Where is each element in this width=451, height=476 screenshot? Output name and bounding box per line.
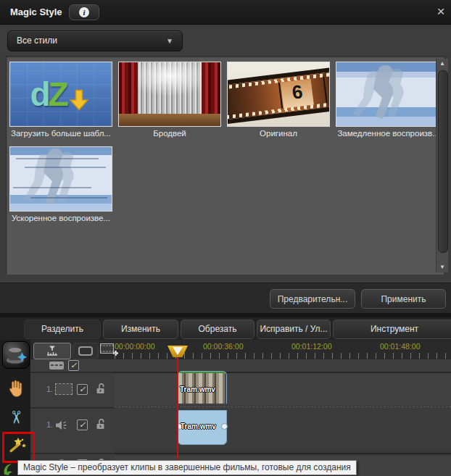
broadway-art (119, 62, 220, 126)
scroll-up-icon[interactable]: ▲ (436, 59, 448, 69)
style-label: Замедленное воспроизв.. (336, 129, 439, 138)
hand-icon (6, 378, 25, 398)
track-manager-row: ✓ (30, 359, 115, 372)
stage-floor (119, 114, 220, 126)
style-label: Бродвей (118, 129, 221, 138)
magic-hat-icon (4, 343, 28, 367)
tab-trim[interactable]: Обрезать (181, 320, 255, 339)
style-filter-dropdown[interactable]: Все стили ▼ (7, 30, 183, 51)
style-thumbnail-fast-motion[interactable] (9, 146, 112, 212)
track-manager-icon (49, 362, 64, 369)
style-item-download-more: d Z Загрузить больше шабл... (9, 62, 112, 138)
filter-row: Все стили ▼ (0, 25, 451, 56)
download-more-art: d Z (10, 62, 112, 126)
style-label: Ускоренное воспроизве... (9, 214, 112, 222)
action-row: Предварительн... Применить (0, 283, 451, 314)
timeline-tracks (115, 359, 451, 476)
effects-icon (2, 462, 16, 476)
playhead-triangle-icon (173, 347, 183, 355)
video-track-icon (55, 383, 73, 395)
tab-edit[interactable]: Изменить (103, 320, 178, 339)
tab-tools[interactable]: Инструмент (333, 320, 451, 339)
apply-button[interactable]: Применить (361, 289, 446, 309)
track-manager-checkbox[interactable]: ✓ (68, 360, 79, 371)
scroll-down-icon[interactable]: ▼ (436, 262, 448, 272)
timeline-ruler[interactable]: 00:00:00:00 00:00:36:00 00:01:12:00 00:0… (115, 340, 451, 359)
style-item-fast-motion: Ускоренное воспроизве... (9, 146, 112, 222)
dialog-title: Magic Style (10, 0, 62, 24)
dialog-titlebar: Magic Style i × (0, 0, 451, 25)
audio-clip[interactable]: Tram.wmv (178, 410, 227, 445)
style-item-original: 6 Оригинал (227, 62, 330, 138)
video-track-checkbox[interactable]: ✓ (77, 384, 88, 395)
style-thumbnail-original[interactable]: 6 (227, 62, 330, 127)
download-arrow-icon (66, 87, 92, 113)
dz-logo-d: d (30, 78, 50, 111)
style-item-broadway: Бродвей (118, 62, 221, 138)
style-item-slow-motion: Замедленное воспроизв.. (336, 62, 439, 138)
tab-split[interactable]: Разделить (24, 320, 101, 339)
storyboard-view-button[interactable] (73, 343, 99, 359)
ruler-timestamp: 00:00:36:00 (203, 342, 243, 351)
action-strip (0, 275, 451, 283)
tabbar: Разделить Изменить Обрезать Исправить / … (0, 317, 451, 340)
info-button[interactable]: i (69, 4, 99, 20)
video-track-lane (115, 373, 451, 406)
styles-scrollbar[interactable]: ▲ ▼ (436, 59, 448, 272)
ruler-timestamp: 00:01:48:00 (380, 342, 420, 351)
style-thumbnail-broadway[interactable] (118, 62, 221, 127)
tab-fix-enhance[interactable]: Исправить / Ул... (257, 320, 331, 339)
slow-motion-art (336, 62, 438, 126)
ripple-lane (115, 359, 451, 372)
magic-style-highlight-box (2, 432, 35, 463)
close-icon[interactable]: × (434, 4, 448, 20)
info-icon: i (79, 7, 89, 17)
chevron-down-icon: ▼ (166, 31, 173, 51)
audio-track-lane (115, 407, 451, 450)
ruler-timestamp: 00:00:00:00 (115, 342, 154, 351)
ruler-timestamp: 00:01:12:00 (291, 342, 331, 351)
video-clip[interactable]: Tram.wmv (178, 371, 227, 404)
magic-style-tooltip: Magic Style – преобразует клипы в заверш… (17, 460, 357, 475)
style-label: Загрузить больше шабл... (9, 129, 112, 138)
track-headers: ✓ 1. ✓ 1. ✓ (30, 359, 116, 476)
video-track-header: 1. ✓ (30, 373, 115, 406)
playhead-line (177, 356, 178, 476)
scissors-icon[interactable]: ✂ (6, 408, 26, 427)
scrollbar-thumb[interactable] (438, 70, 448, 253)
preview-button[interactable]: Предварительн... (270, 289, 355, 309)
film-art: 6 (228, 62, 329, 126)
video-track-number: 1. (46, 385, 53, 393)
audio-track-number: 1. (46, 420, 53, 429)
timeline-view-icon (45, 345, 59, 357)
video-clip-name: Tram.wmv (180, 385, 215, 393)
film-strip: 6 (228, 67, 329, 125)
timeline-view-button[interactable] (33, 343, 71, 359)
audio-track-unlock-icon[interactable] (96, 418, 106, 430)
dropdown-value: Все стили (17, 31, 57, 51)
fast-motion-art (10, 147, 112, 211)
video-track-unlock-icon[interactable] (96, 383, 106, 395)
audio-track-icon (54, 419, 70, 431)
audio-clip-name: Tram.wmv (181, 422, 216, 430)
hand-tool-button[interactable] (6, 378, 25, 401)
style-label: Оригинал (227, 129, 330, 138)
style-thumbnail-slow-motion[interactable] (336, 62, 439, 127)
style-thumbnail-download-more[interactable]: d Z (9, 62, 112, 127)
audio-track-header: 1. ✓ (30, 409, 115, 450)
magic-style-window: Magic Style i × Все стили ▼ d Z Загрузит… (0, 0, 451, 476)
audio-track-checkbox[interactable]: ✓ (77, 419, 88, 430)
magic-hat-button[interactable] (2, 341, 30, 369)
storyboard-view-icon (78, 346, 93, 356)
clip-handle-right[interactable] (221, 423, 228, 430)
ruler-ticks (115, 353, 451, 359)
